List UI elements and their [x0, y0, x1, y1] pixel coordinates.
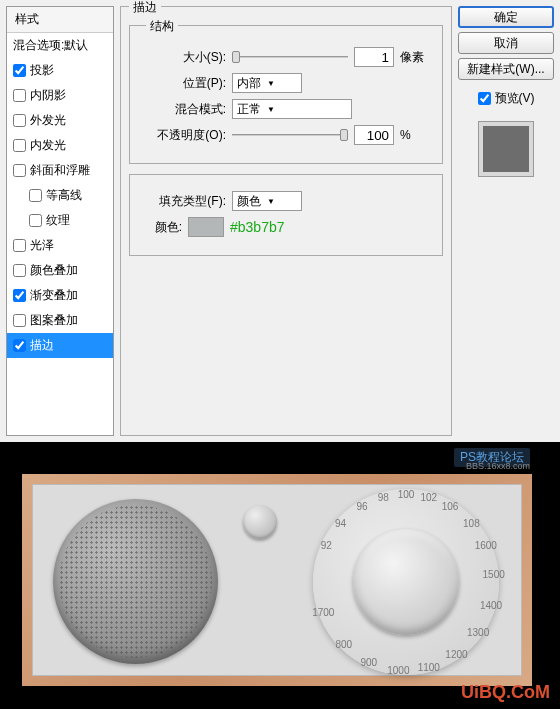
preview-swatch [478, 121, 534, 177]
checkbox[interactable] [29, 214, 42, 227]
ok-button[interactable]: 确定 [458, 6, 554, 28]
freq-label: 106 [442, 500, 459, 511]
color-hex: #b3b7b7 [230, 219, 285, 235]
size-input[interactable] [354, 47, 394, 67]
style-item-outer-glow[interactable]: 外发光 [7, 108, 113, 133]
filltype-select[interactable]: 颜色▼ [232, 191, 302, 211]
preview-toggle[interactable]: 预览(V) [458, 90, 554, 107]
size-row: 大小(S): 像素 [142, 47, 430, 67]
small-knob [243, 505, 277, 539]
freq-label: 1700 [312, 607, 334, 618]
style-item-color-overlay[interactable]: 颜色叠加 [7, 258, 113, 283]
position-select[interactable]: 内部▼ [232, 73, 302, 93]
opacity-unit: % [400, 128, 430, 142]
freq-label: 1600 [475, 539, 497, 550]
dialog-buttons: 确定 取消 新建样式(W)... 预览(V) [458, 6, 554, 436]
checkbox[interactable] [13, 114, 26, 127]
blendmode-select[interactable]: 正常▼ [232, 99, 352, 119]
opacity-slider[interactable] [232, 126, 348, 144]
opacity-row: 不透明度(O): % [142, 125, 430, 145]
chevron-down-icon: ▼ [267, 79, 275, 88]
style-item-satin[interactable]: 光泽 [7, 233, 113, 258]
style-label: 斜面和浮雕 [30, 162, 90, 179]
style-label: 渐变叠加 [30, 287, 78, 304]
color-row: 颜色: #b3b7b7 [142, 217, 430, 237]
size-unit: 像素 [400, 49, 430, 66]
checkbox[interactable] [13, 314, 26, 327]
radio-frame: 9294969810010210610816001500140013001200… [22, 474, 532, 686]
tuning-dial: 9294969810010210610816001500140013001200… [313, 489, 499, 675]
blendmode-row: 混合模式: 正常▼ [142, 99, 430, 119]
checkbox[interactable] [29, 189, 42, 202]
freq-label: 108 [463, 518, 480, 529]
fill-fieldset: 填充类型(F): 颜色▼ 颜色: #b3b7b7 [129, 174, 443, 256]
style-item-drop-shadow[interactable]: 投影 [7, 58, 113, 83]
chevron-down-icon: ▼ [267, 105, 275, 114]
freq-label: 1400 [480, 599, 502, 610]
checkbox[interactable] [13, 289, 26, 302]
checkbox[interactable] [13, 139, 26, 152]
freq-label: 102 [420, 491, 437, 502]
style-label: 图案叠加 [30, 312, 78, 329]
blendmode-value: 正常 [237, 101, 261, 118]
style-item-gradient-overlay[interactable]: 渐变叠加 [7, 283, 113, 308]
style-item-pattern-overlay[interactable]: 图案叠加 [7, 308, 113, 333]
size-slider[interactable] [232, 48, 348, 66]
freq-label: 1300 [467, 627, 489, 638]
freq-label: 94 [335, 518, 346, 529]
stroke-color-swatch[interactable] [188, 217, 224, 237]
filltype-row: 填充类型(F): 颜色▼ [142, 191, 430, 211]
blendmode-label: 混合模式: [142, 101, 226, 118]
position-label: 位置(P): [142, 75, 226, 92]
new-style-button[interactable]: 新建样式(W)... [458, 58, 554, 80]
position-row: 位置(P): 内部▼ [142, 73, 430, 93]
watermark-bottom: UiBQ.CoM [461, 682, 550, 703]
watermark-top2: BBS.16xx8.com [466, 461, 530, 471]
size-label: 大小(S): [142, 49, 226, 66]
blend-options-label: 混合选项:默认 [13, 37, 88, 54]
checkbox[interactable] [13, 64, 26, 77]
checkbox[interactable] [13, 89, 26, 102]
checkbox[interactable] [13, 164, 26, 177]
style-label: 光泽 [30, 237, 54, 254]
style-item-texture[interactable]: 纹理 [7, 208, 113, 233]
stroke-settings-panel: 描边 结构 大小(S): 像素 位置(P): 内部▼ 混合模式: 正常▼ [120, 6, 452, 436]
style-item-stroke[interactable]: 描边 [7, 333, 113, 358]
freq-label: 1500 [483, 569, 505, 580]
checkbox[interactable] [13, 339, 26, 352]
freq-label: 100 [398, 489, 415, 500]
opacity-input[interactable] [354, 125, 394, 145]
preview-label: 预览(V) [495, 90, 535, 107]
tuning-knob [353, 529, 459, 635]
radio-face: 9294969810010210610816001500140013001200… [32, 484, 522, 676]
canvas-preview: PS教程论坛 BBS.16xx8.com 9294969810010210610… [0, 442, 560, 709]
style-item-contour[interactable]: 等高线 [7, 183, 113, 208]
checkbox[interactable] [13, 264, 26, 277]
style-item-bevel[interactable]: 斜面和浮雕 [7, 158, 113, 183]
speaker-grille [53, 499, 218, 664]
filltype-value: 颜色 [237, 193, 261, 210]
filltype-label: 填充类型(F): [142, 193, 226, 210]
style-label: 描边 [30, 337, 54, 354]
preview-checkbox[interactable] [478, 92, 491, 105]
freq-label: 1000 [387, 664, 409, 675]
styles-panel: 样式 混合选项:默认 投影 内阴影 外发光 内发光 斜面和浮雕 等高线 纹理 光… [6, 6, 114, 436]
color-label: 颜色: [142, 219, 182, 236]
freq-label: 96 [356, 500, 367, 511]
style-label: 颜色叠加 [30, 262, 78, 279]
checkbox[interactable] [13, 239, 26, 252]
style-label: 纹理 [46, 212, 70, 229]
freq-label: 1200 [445, 649, 467, 660]
cancel-button[interactable]: 取消 [458, 32, 554, 54]
style-label: 内阴影 [30, 87, 66, 104]
structure-fieldset: 结构 大小(S): 像素 位置(P): 内部▼ 混合模式: 正常▼ 不透明度 [129, 25, 443, 164]
structure-legend: 结构 [146, 18, 178, 35]
styles-header: 样式 [7, 7, 113, 33]
style-item-inner-glow[interactable]: 内发光 [7, 133, 113, 158]
freq-label: 900 [360, 656, 377, 667]
group-title: 描边 [129, 0, 161, 16]
blend-options-item[interactable]: 混合选项:默认 [7, 33, 113, 58]
layer-style-dialog: 样式 混合选项:默认 投影 内阴影 外发光 内发光 斜面和浮雕 等高线 纹理 光… [0, 0, 560, 442]
freq-label: 92 [321, 539, 332, 550]
style-item-inner-shadow[interactable]: 内阴影 [7, 83, 113, 108]
